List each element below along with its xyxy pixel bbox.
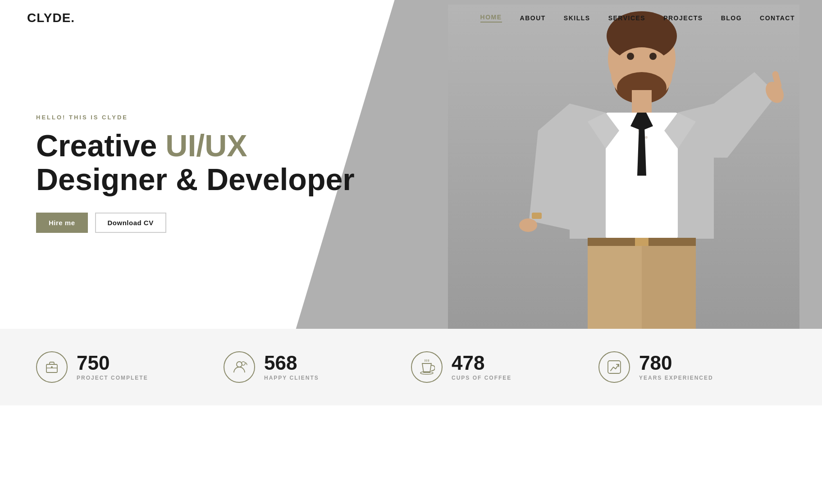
svg-rect-24 (532, 213, 542, 219)
nav-home[interactable]: HOME (480, 14, 502, 23)
svg-point-12 (645, 136, 648, 139)
stat-coffee: 478 CUPS OF COFFEE (411, 351, 598, 383)
hero-content: HELLO! THIS IS CLYDE Creative UI/UXDesig… (0, 96, 355, 233)
briefcase-icon (44, 359, 60, 375)
nav-contact[interactable]: CONTACT (760, 14, 795, 22)
stat-coffee-icon-circle (411, 351, 443, 383)
svg-rect-25 (46, 364, 57, 372)
stat-years-number: 780 (639, 353, 713, 373)
hero-section: HELLO! THIS IS CLYDE Creative UI/UXDesig… (0, 0, 822, 329)
nav-blog[interactable]: BLOG (721, 14, 742, 22)
hire-me-button[interactable]: Hire me (36, 213, 88, 233)
stat-projects-label: PROJECT COMPLETE (77, 375, 148, 381)
download-cv-button[interactable]: Download CV (95, 213, 166, 233)
nav-projects[interactable]: PROJECTS (663, 14, 703, 22)
hero-title: Creative UI/UXDesigner & Developer (36, 129, 355, 196)
chart-icon (606, 359, 622, 375)
person-icon (231, 359, 247, 375)
svg-rect-8 (632, 90, 652, 113)
coffee-icon (419, 359, 435, 375)
hero-buttons: Hire me Download CV (36, 213, 355, 233)
stat-clients-number: 568 (264, 353, 319, 373)
svg-rect-23 (635, 238, 648, 246)
stat-projects: 750 PROJECT COMPLETE (36, 351, 224, 383)
svg-rect-21 (642, 239, 696, 329)
stat-clients-text: 568 HAPPY CLIENTS (264, 353, 319, 381)
svg-point-29 (237, 362, 242, 367)
hero-greeting: HELLO! THIS IS CLYDE (36, 114, 355, 121)
svg-rect-32 (608, 361, 621, 373)
stat-years-text: 780 YEARS EXPERIENCED (639, 353, 713, 381)
svg-point-18 (519, 218, 537, 232)
nav-about[interactable]: ABOUT (520, 14, 546, 22)
main-nav: HOME ABOUT SKILLS SERVICES PROJECTS BLOG… (480, 14, 795, 23)
svg-point-6 (649, 53, 657, 60)
stat-clients: 568 HAPPY CLIENTS (224, 351, 411, 383)
stat-projects-number: 750 (77, 353, 148, 373)
stat-coffee-number: 478 (452, 353, 511, 373)
stat-projects-icon-circle (36, 351, 68, 383)
svg-point-5 (627, 53, 634, 60)
logo: CLYDE. (27, 11, 75, 25)
stat-coffee-label: CUPS OF COFFEE (452, 375, 511, 381)
stat-years: 780 YEARS EXPERIENCED (598, 351, 786, 383)
svg-point-31 (420, 372, 433, 374)
stats-bar: 750 PROJECT COMPLETE 568 HAPPY CLIENTS (0, 329, 822, 405)
stat-projects-text: 750 PROJECT COMPLETE (77, 353, 148, 381)
hero-person-illustration (448, 5, 799, 329)
stat-years-label: YEARS EXPERIENCED (639, 375, 713, 381)
nav-services[interactable]: SERVICES (608, 14, 646, 22)
stat-clients-label: HAPPY CLIENTS (264, 375, 319, 381)
header: CLYDE. HOME ABOUT SKILLS SERVICES PROJEC… (0, 0, 822, 36)
stat-years-icon-circle (598, 351, 630, 383)
stat-clients-icon-circle (224, 351, 255, 383)
nav-skills[interactable]: SKILLS (564, 14, 590, 22)
svg-rect-20 (588, 239, 637, 329)
stat-coffee-text: 478 CUPS OF COFFEE (452, 353, 511, 381)
